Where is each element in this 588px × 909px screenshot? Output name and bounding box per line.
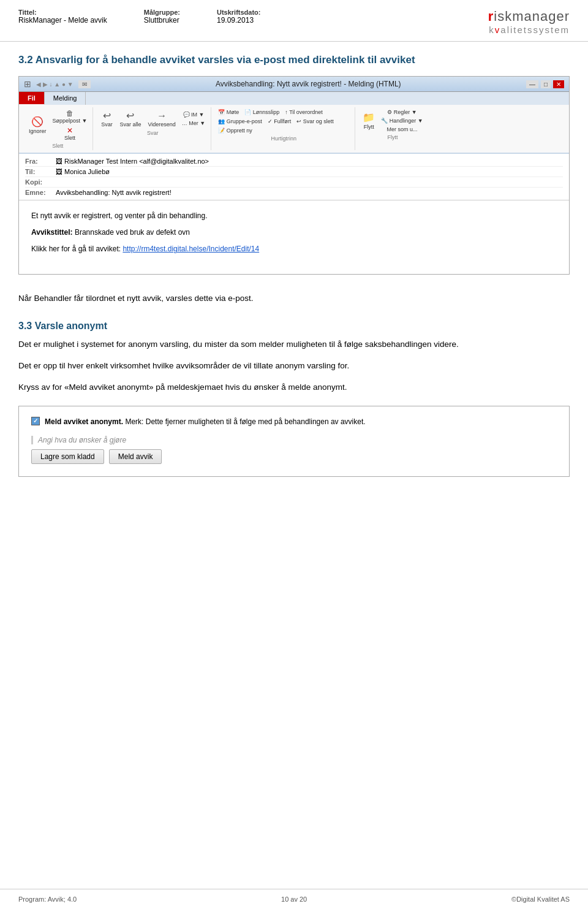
svar-button[interactable]: ↩ Svar — [98, 108, 115, 129]
slett-button[interactable]: ✕ Slett — [51, 126, 89, 142]
handlinger-button[interactable]: 🔧 Handlinger ▼ — [379, 117, 424, 124]
logo-line2: kvalitetssystem — [488, 25, 570, 35]
regler-button[interactable]: ⚙ Regler ▼ — [379, 108, 424, 116]
hurtigtrinn-label: Hurtigtrinn — [271, 135, 297, 142]
checkbox-label-bold: Meld avviket anonymt. — [45, 417, 123, 426]
fra-value: 🖼 RiskManager Test Intern <alf@digitalkv… — [56, 158, 209, 165]
anonymous-checkbox-label: Meld avviket anonymt. Merk: Dette fjerne… — [45, 416, 366, 427]
form-buttons: Lagre som kladd Meld avvik — [31, 449, 557, 464]
footer-program: Program: Avvik; 4.0 — [18, 896, 77, 903]
footer-page: 10 av 20 — [281, 896, 307, 903]
soppelpost-button[interactable]: 🗑 Søppelpost ▼ — [51, 108, 89, 124]
outlook-title-text: Avviksbehandling: Nytt avvik registrert!… — [216, 80, 401, 88]
notify-text: Når Behandler får tilordnet et nytt avvi… — [18, 292, 570, 306]
email-fra-row: Fra: 🖼 RiskManager Test Intern <alf@digi… — [25, 156, 563, 167]
email-kopi-row: Kopi: — [25, 177, 563, 188]
email-body-link-row: Klikk her for å gå til avviket: http://r… — [31, 243, 557, 255]
page-header: Tittel: RiskManager - Melde avvik Målgru… — [0, 0, 588, 42]
svar-alle-button[interactable]: ↩ Svar alle — [117, 108, 143, 129]
svar-slett-button[interactable]: ↩ Svar og slett — [295, 118, 336, 125]
tittel-label: Tittel: — [18, 9, 107, 16]
ribbon-group-flytt: 📁 Flytt ⚙ Regler ▼ 🔧 Handlinger ▼ Mer so… — [356, 107, 428, 150]
malgruppe-item: Målgruppe: Sluttbruker — [144, 9, 180, 35]
til-label: Til: — [25, 168, 56, 175]
email-emne-row: Emne: Avviksbehandling: Nytt avvik regis… — [25, 188, 563, 197]
lagre-kladd-button[interactable]: Lagre som kladd — [31, 449, 104, 464]
tittel-item: Tittel: RiskManager - Melde avvik — [18, 9, 107, 35]
section33-para3: Kryss av for «Meld avviket anonymt» på m… — [18, 381, 570, 395]
logo-line1: riskmanager — [488, 9, 570, 25]
fullfort-button[interactable]: ✓ Fullført — [266, 118, 293, 125]
form-section-label: Angi hva du ønsker å gjøre — [31, 436, 557, 444]
ribbon-group-hurtigtrinn: 📅 Møte 📄 Lønnsslipp ↑ Til overordnet 👥 G… — [213, 107, 355, 150]
email-headers: Fra: 🖼 RiskManager Test Intern <alf@digi… — [19, 154, 569, 200]
ignorer-button[interactable]: 🚫 Ignorer — [26, 115, 49, 135]
mote-button[interactable]: 📅 Møte — [216, 108, 241, 116]
im-button[interactable]: 💬 IM ▼ — [180, 111, 207, 118]
avvikstittel-value: Brannskade ved bruk av defekt ovn — [75, 228, 190, 237]
ribbon-group-slett: 🚫 Ignorer 🗑 Søppelpost ▼ ✕ Slett — [23, 107, 93, 150]
til-value: 🖼 Monica Juliebø — [56, 168, 110, 175]
section33-para1: Det er mulighet i systemet for anonym va… — [18, 338, 570, 352]
ribbon-tab-fil[interactable]: Fil — [19, 92, 45, 105]
link-prefix: Klikk her for å gå til avviket: — [31, 245, 123, 253]
malgruppe-value: Sluttbruker — [144, 16, 179, 25]
malgruppe-label: Målgruppe: — [144, 9, 180, 16]
meld-avvik-button[interactable]: Meld avvik — [109, 449, 162, 464]
email-body: Et nytt avvik er registrert, og venter p… — [19, 200, 569, 274]
email-body-avvikstittel: Avvikstittel: Brannskade ved bruk av def… — [31, 227, 557, 238]
outlook-screenshot: ⊞ ◀ ▶ ↓ ▲ ● ▼ ✉ Avviksbehandling: Nytt a… — [18, 76, 570, 275]
videresend-button[interactable]: → Videresend — [145, 108, 178, 129]
mer-button[interactable]: … Mer ▼ — [180, 120, 207, 127]
section33-para2: Det er opp til hver enkelt virksomhet hv… — [18, 359, 570, 373]
footer-copyright: ©Digital Kvalitet AS — [511, 896, 570, 903]
email-body-line1: Et nytt avvik er registrert, og venter p… — [31, 210, 557, 222]
svar-label: Svar — [147, 130, 159, 136]
avvikstittel-label: Avvikstittel: — [31, 228, 75, 237]
avvik-link[interactable]: http://rm4test.digital.helse/Incident/Ed… — [123, 245, 259, 253]
kopi-label: Kopi: — [25, 178, 56, 186]
mer-som-button[interactable]: Mer som u... — [379, 126, 424, 133]
ribbon-toolbar: 🚫 Ignorer 🗑 Søppelpost ▼ ✕ Slett — [19, 105, 569, 154]
ribbon-group-svar: ↩ Svar ↩ Svar alle → Videresend 💬 IM ▼ — [94, 107, 211, 150]
anonymous-checkbox-row: Meld avviket anonymt. Merk: Dette fjerne… — [31, 416, 557, 427]
logo: riskmanager kvalitetssystem — [488, 9, 570, 35]
outlook-titlebar: ⊞ ◀ ▶ ↓ ▲ ● ▼ ✉ Avviksbehandling: Nytt a… — [19, 77, 569, 92]
page-footer: Program: Avvik; 4.0 10 av 20 ©Digital Kv… — [0, 889, 588, 909]
opprett-ny-button[interactable]: 📝 Opprett ny — [216, 127, 254, 134]
flytt-button[interactable]: 📁 Flytt — [360, 110, 377, 131]
ribbon-tabs[interactable]: Fil Melding — [19, 92, 569, 105]
fra-label: Fra: — [25, 158, 56, 165]
ribbon-tab-melding[interactable]: Melding — [45, 92, 86, 105]
form-screenshot: Meld avviket anonymt. Merk: Dette fjerne… — [18, 406, 570, 477]
til-overordnet-button[interactable]: ↑ Til overordnet — [283, 108, 325, 116]
utskriftsdato-label: Utskriftsdato: — [217, 9, 261, 16]
anonymous-checkbox[interactable] — [31, 417, 40, 425]
checkbox-label-rest: Merk: Dette fjerner muligheten til å føl… — [125, 417, 365, 426]
header-meta: Tittel: RiskManager - Melde avvik Målgru… — [18, 9, 261, 35]
email-til-row: Til: 🖼 Monica Juliebø — [25, 167, 563, 177]
section33-heading: 3.3 Varsle anonymt — [18, 321, 570, 332]
utskriftsdato-item: Utskriftsdato: 19.09.2013 — [217, 9, 261, 35]
lonnsslipp-button[interactable]: 📄 Lønnsslipp — [243, 108, 281, 116]
emne-label: Emne: — [25, 189, 56, 196]
gruppe-epost-button[interactable]: 👥 Gruppe-e-post — [216, 118, 264, 125]
slett-label: Slett — [52, 143, 63, 149]
section32-heading: 3.2 Ansvarlig for å behandle avviket var… — [18, 54, 570, 66]
emne-value: Avviksbehandling: Nytt avvik registrert! — [56, 189, 172, 196]
page-content: 3.2 Ansvarlig for å behandle avviket var… — [0, 42, 588, 514]
utskriftsdato-value: 19.09.2013 — [217, 16, 254, 25]
flytt-label: Flytt — [388, 134, 398, 140]
tittel-value: RiskManager - Melde avvik — [18, 16, 107, 25]
